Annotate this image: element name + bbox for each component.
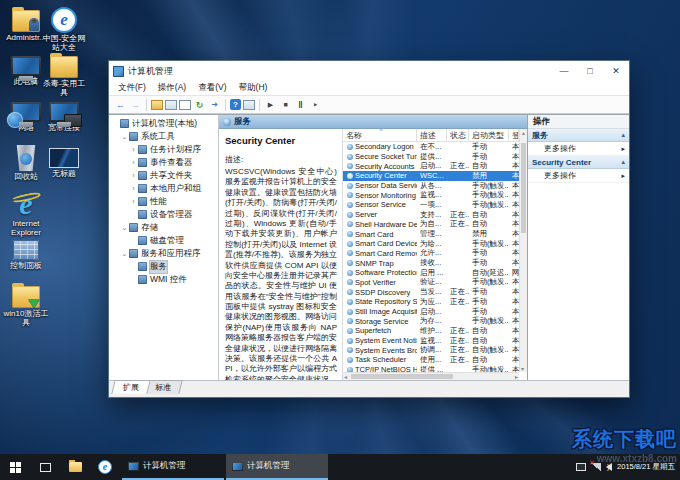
collapse-icon[interactable]: ▴ (621, 158, 625, 166)
column-header-登[interactable]: 登 (509, 129, 519, 141)
volume-tray-icon[interactable] (606, 463, 612, 471)
actions-section-Security Center[interactable]: Security Center▴ (528, 156, 629, 169)
chevron-right-icon[interactable]: › (129, 159, 138, 166)
column-header-名称[interactable]: 名称^ (343, 129, 417, 141)
more-actions-item[interactable]: 更多操作▸ (528, 169, 629, 183)
tree-item-计算机管理(本地)[interactable]: 计算机管理(本地) (109, 117, 218, 130)
minimize-button[interactable]: — (551, 61, 577, 81)
start-button[interactable] (0, 454, 30, 480)
column-header-描述[interactable]: 描述 (417, 129, 447, 141)
pane-icon[interactable] (243, 100, 255, 110)
tree-item-服务[interactable]: 服务 (109, 260, 218, 273)
scroll-down-icon[interactable]: ▾ (521, 365, 524, 372)
task-view-button[interactable] (30, 454, 60, 480)
tree-item-设备管理器[interactable]: 设备管理器 (109, 208, 218, 221)
service-row-Secondary Logon[interactable]: Secondary Logon在不...手动本 (343, 142, 527, 152)
menu-F[interactable]: 文件(F) (112, 82, 152, 94)
service-row-Still Image Acquisition Ev...[interactable]: Still Image Acquisition Ev...启动...手动本 (343, 307, 527, 317)
actions-section-服务[interactable]: 服务▴ (528, 129, 629, 142)
service-row-Superfetch[interactable]: Superfetch维护...正在...自动本 (343, 326, 527, 336)
service-row-Server[interactable]: Server支持...正在...自动本 (343, 210, 527, 220)
service-row-Smart Card Removal Poli...[interactable]: Smart Card Removal Poli...允许...手动本 (343, 249, 527, 259)
service-row-Secure Socket Tunneling ...[interactable]: Secure Socket Tunneling ...提供...手动本 (343, 152, 527, 162)
desktop-icon-untitled[interactable]: 无标题 (40, 144, 88, 178)
service-row-System Events Broker[interactable]: System Events Broker协调...正在...自动(触发...本 (343, 345, 527, 355)
vertical-scroll-thumb[interactable] (521, 143, 526, 233)
up-folder-icon[interactable] (151, 100, 163, 110)
tree-item-任务计划程序[interactable]: ›任务计划程序 (109, 143, 218, 156)
resume-icon[interactable] (309, 98, 322, 111)
maximize-button[interactable]: □ (577, 61, 603, 81)
vertical-scrollbar[interactable]: ▴ ▾ (519, 129, 527, 372)
chevron-down-icon[interactable]: ⌄ (120, 250, 129, 258)
chevron-right-icon[interactable]: › (129, 198, 138, 205)
service-row-Sensor Service[interactable]: Sensor Service一项...手动(触发...本 (343, 200, 527, 210)
service-row-State Repository Service[interactable]: State Repository Service为应...正在...手动本 (343, 297, 527, 307)
service-row-Sensor Monitoring Service[interactable]: Sensor Monitoring Service监视...手动(触发...本 (343, 190, 527, 200)
menu-A[interactable]: 操作(A) (152, 82, 192, 94)
service-row-Spot Verifier[interactable]: Spot Verifier验证...手动(触发...本 (343, 278, 527, 288)
more-actions-item[interactable]: 更多操作▸ (528, 142, 629, 156)
service-row-SSDP Discovery[interactable]: SSDP Discovery当发...正在...手动本 (343, 287, 527, 297)
tree-item-磁盘管理[interactable]: 磁盘管理 (109, 234, 218, 247)
tree-item-性能[interactable]: ›性能 (109, 195, 218, 208)
browser-button[interactable] (90, 454, 120, 480)
network-tray-icon[interactable] (591, 463, 601, 471)
service-row-Storage Service[interactable]: Storage Service为存...手动(触发...本 (343, 316, 527, 326)
desktop-icon-control-panel[interactable]: 控制面板 (2, 236, 50, 270)
menu-V[interactable]: 查看(V) (192, 82, 232, 94)
window-icon[interactable] (179, 100, 191, 110)
tree-item-本地用户和组[interactable]: ›本地用户和组 (109, 182, 218, 195)
desktop-icon-win10-activator[interactable]: win10激活工具 (2, 282, 50, 327)
tab-扩展[interactable]: 扩展 (111, 380, 150, 394)
chevron-right-icon[interactable]: › (129, 146, 138, 153)
chevron-right-icon[interactable]: › (129, 185, 138, 192)
forward-icon[interactable] (129, 98, 142, 111)
taskbar-app-button-1[interactable]: 计算机管理 (122, 454, 224, 480)
tree-item-WMI 控件[interactable]: WMI 控件 (109, 273, 218, 286)
service-row-System Event Notification...[interactable]: System Event Notification...监视...正在...自动… (343, 336, 527, 346)
service-row-Smart Card[interactable]: Smart Card管理...禁用本 (343, 229, 527, 239)
chevron-down-icon[interactable]: ⌄ (120, 133, 129, 141)
service-row-Security Center[interactable]: Security CenterWSC...禁用本 (343, 171, 527, 181)
desktop-icon-broadband[interactable]: 宽带连接 (40, 98, 88, 132)
chevron-right-icon[interactable]: › (129, 172, 138, 179)
column-header-启动类型[interactable]: 启动类型 (469, 129, 509, 141)
stop-icon[interactable] (279, 98, 292, 111)
close-button[interactable]: ✕ (603, 61, 629, 81)
display-tray-icon[interactable] (576, 463, 586, 471)
service-row-Software Protection[interactable]: Software Protection启用 ...自动(延迟...网 (343, 268, 527, 278)
export-icon[interactable] (208, 98, 221, 111)
chevron-down-icon[interactable]: ⌄ (120, 224, 129, 232)
tree-item-共享文件夹[interactable]: ›共享文件夹 (109, 169, 218, 182)
taskbar-clock[interactable]: 2015/8/21 星期五 (617, 463, 675, 471)
desktop-icon-antivirus-tools[interactable]: 杀毒-实用工具 (40, 52, 88, 97)
file-explorer-button[interactable] (60, 454, 90, 480)
horizontal-scrollbar[interactable]: ◂ ▸ (343, 372, 519, 380)
service-row-SNMP Trap[interactable]: SNMP Trap接收...手动本 (343, 258, 527, 268)
service-row-Sensor Data Service[interactable]: Sensor Data Service从各...手动(触发...本 (343, 181, 527, 191)
horizontal-scroll-thumb[interactable] (351, 374, 453, 379)
refresh-icon[interactable] (193, 98, 206, 111)
service-row-Task Scheduler[interactable]: Task Scheduler使用...正在...自动本 (343, 355, 527, 365)
service-row-Smart Card Device Enum...[interactable]: Smart Card Device Enum...为给...手动(触发...本 (343, 239, 527, 249)
taskbar-app-button-2[interactable]: 计算机管理 (226, 454, 328, 480)
play-icon[interactable] (264, 98, 277, 111)
titlebar[interactable]: 计算机管理 — □ ✕ (109, 61, 629, 81)
scroll-up-icon[interactable]: ▴ (522, 130, 525, 136)
pause-icon[interactable] (294, 98, 307, 111)
tree-item-系统工具[interactable]: ⌄系统工具 (109, 130, 218, 143)
scroll-right-icon[interactable]: ▸ (515, 373, 518, 381)
tree-item-事件查看器[interactable]: ›事件查看器 (109, 156, 218, 169)
help-icon[interactable] (230, 99, 241, 110)
column-header-状态[interactable]: 状态 (447, 129, 469, 141)
back-icon[interactable] (114, 98, 127, 111)
tree-item-存储[interactable]: ⌄存储 (109, 221, 218, 234)
tree-item-服务和应用程序[interactable]: ⌄服务和应用程序 (109, 247, 218, 260)
service-row-Security Accounts Manag...[interactable]: Security Accounts Manag...启动...正在...自动本 (343, 161, 527, 171)
scroll-left-icon[interactable]: ◂ (344, 373, 347, 381)
list-view-icon[interactable] (165, 100, 177, 110)
service-row-Shell Hardware Detection[interactable]: Shell Hardware Detection为自...正在...自动本 (343, 220, 527, 230)
desktop-icon-china-security[interactable]: 中国-安全网站大全 (40, 6, 88, 52)
desktop-icon-internet-explorer[interactable]: Internet Explorer (2, 190, 50, 237)
